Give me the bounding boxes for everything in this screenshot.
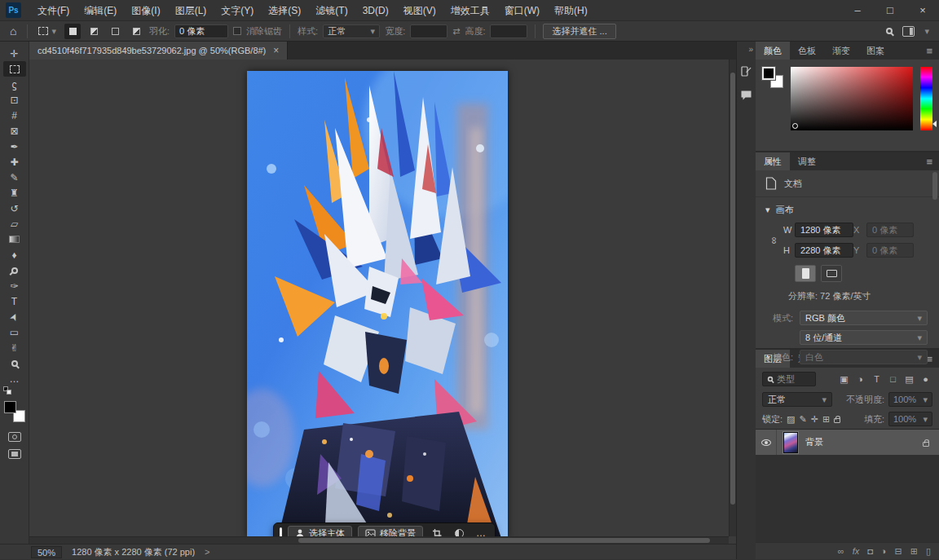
menu-view[interactable]: 视图(V) [396,0,443,21]
color-mode-dropdown[interactable]: RGB 颜色 ▾ [800,311,928,325]
add-layer-mask-icon[interactable]: ◘ [867,547,873,556]
antialias-checkbox[interactable] [233,27,241,35]
maximize-button[interactable]: □ [874,0,906,21]
foreground-background-swatches[interactable] [4,401,25,422]
blend-mode-dropdown[interactable]: 正常 ▾ [762,392,832,407]
quick-mask-button[interactable] [8,432,21,442]
brush-tool[interactable]: ✎ [3,170,26,185]
minimize-button[interactable]: – [841,0,874,21]
path-selection-tool[interactable]: ➤ [3,309,26,324]
move-tool[interactable]: ✛ [3,46,26,61]
layer-row-background[interactable]: 背景 [756,430,939,455]
menu-filter[interactable]: 滤镜(T) [308,0,355,21]
tab-properties[interactable]: 属性 [756,152,790,170]
tab-adjustments[interactable]: 调整 [790,152,824,170]
menu-plugins[interactable]: 增效工具 [443,0,497,21]
scrollbar-thumb[interactable] [932,172,937,200]
hand-tool[interactable]: ✌ [3,340,26,355]
visibility-cell[interactable] [756,430,777,455]
status-chevron-icon[interactable]: > [205,547,209,557]
filter-type-layers-button[interactable]: T [870,373,884,386]
intersect-selection-button[interactable] [128,24,144,39]
default-colors-icon[interactable] [3,386,11,395]
filter-adjustment-layers-button[interactable]: ◑ [853,373,867,386]
link-dimensions-icon[interactable]: ∞ [769,236,780,244]
comments-panel-button[interactable] [739,88,754,103]
foreground-color-swatch[interactable] [762,67,775,80]
lock-all-icon[interactable] [834,418,840,423]
expand-panels-icon[interactable]: » [748,45,756,54]
layer-locked-icon[interactable] [923,442,929,447]
filter-smart-object-button[interactable]: ▤ [902,373,916,386]
menu-image[interactable]: 图像(I) [124,0,167,21]
subtract-selection-button[interactable] [107,24,123,39]
type-tool[interactable]: T [3,293,26,309]
color-marker[interactable] [792,123,798,129]
zoom-level-field[interactable]: 50% [31,546,62,558]
visibility-eye-icon[interactable] [761,439,771,446]
swap-dimensions-icon[interactable]: ⇄ [452,26,460,37]
hue-slider[interactable] [920,67,932,130]
opacity-field[interactable]: 100% ▾ [888,392,932,407]
eraser-tool[interactable]: ▱ [3,216,26,231]
landscape-orientation-button[interactable] [821,265,842,282]
lock-transparent-pixels-icon[interactable]: ▨ [787,414,795,425]
menu-type[interactable]: 文字(Y) [214,0,261,21]
canvas-height-input[interactable]: 2280 像素 [795,243,853,258]
style-dropdown[interactable]: 正常 ▾ [323,24,380,38]
layer-thumbnail[interactable] [783,432,798,453]
gradient-tool[interactable] [3,231,26,247]
clone-stamp-tool[interactable]: ♜ [3,185,26,201]
saturation-brightness-field[interactable] [791,67,913,130]
bit-depth-dropdown[interactable]: 8 位/通道 ▾ [800,330,928,345]
color-swatches[interactable] [762,67,783,88]
canvas-section-header[interactable]: ▾ 画布 [756,197,939,221]
panel-menu-icon[interactable]: ≡ [919,152,939,170]
scrollbar-thumb[interactable] [730,73,735,505]
new-adjustment-layer-icon[interactable]: ◑ [881,547,887,556]
menu-layer[interactable]: 图层(L) [168,0,214,21]
home-icon[interactable]: ⌂ [7,24,20,37]
canvas-artwork[interactable] [247,71,508,538]
lock-image-pixels-icon[interactable]: ✎ [799,414,806,425]
spot-healing-brush-tool[interactable]: ✚ [3,154,26,170]
edit-toolbar-button[interactable]: … [3,371,26,386]
menu-select[interactable]: 选择(S) [261,0,308,21]
vertical-scrollbar[interactable] [729,60,736,536]
foreground-color-swatch[interactable] [4,401,16,413]
hue-slider-marker[interactable] [932,121,937,127]
new-group-icon[interactable]: ⊟ [895,547,902,556]
lasso-tool[interactable]: ϛ [3,77,26,92]
dodge-tool[interactable] [3,262,26,278]
filter-toggle-button[interactable]: ● [919,373,932,386]
menu-help[interactable]: 帮助(H) [547,0,595,21]
portrait-orientation-button[interactable] [795,265,816,282]
zoom-tool[interactable] [3,355,26,371]
delete-layer-icon[interactable]: ▯ [926,547,931,556]
tab-patterns[interactable]: 图案 [858,42,893,60]
menu-file[interactable]: 文件(F) [30,0,77,21]
close-button[interactable]: × [906,0,939,21]
menu-window[interactable]: 窗口(W) [497,0,547,21]
width-input[interactable] [410,24,447,38]
tab-gradients[interactable]: 渐变 [824,42,858,60]
frame-tool[interactable]: ⊠ [3,123,26,139]
properties-scrollbar[interactable] [932,172,938,367]
document-tab[interactable]: cd4510f46f717935d849be53729062.jpg @ 50%… [29,42,288,60]
tool-preset-picker[interactable]: ▾ [35,26,60,37]
screen-mode-button[interactable] [8,449,21,459]
layer-filter-dropdown[interactable]: 类型 [762,372,816,386]
canvas-width-input[interactable]: 1280 像素 [795,223,853,237]
add-to-selection-button[interactable] [86,24,102,39]
layer-name[interactable]: 背景 [805,436,823,448]
learn-panel-button[interactable] [739,64,754,78]
workspace-switcher-icon[interactable] [902,26,915,37]
panel-menu-icon[interactable]: ≡ [919,42,939,60]
scrollbar-thumb[interactable] [298,538,710,543]
feather-input[interactable]: 0 像素 [174,24,228,38]
lock-artboard-icon[interactable]: ⊞ [822,414,830,425]
tab-swatches[interactable]: 色板 [790,42,824,60]
crop-tool[interactable]: # [3,108,26,123]
rectangle-shape-tool[interactable]: ▭ [3,324,26,340]
lock-position-icon[interactable]: ✛ [811,414,818,425]
